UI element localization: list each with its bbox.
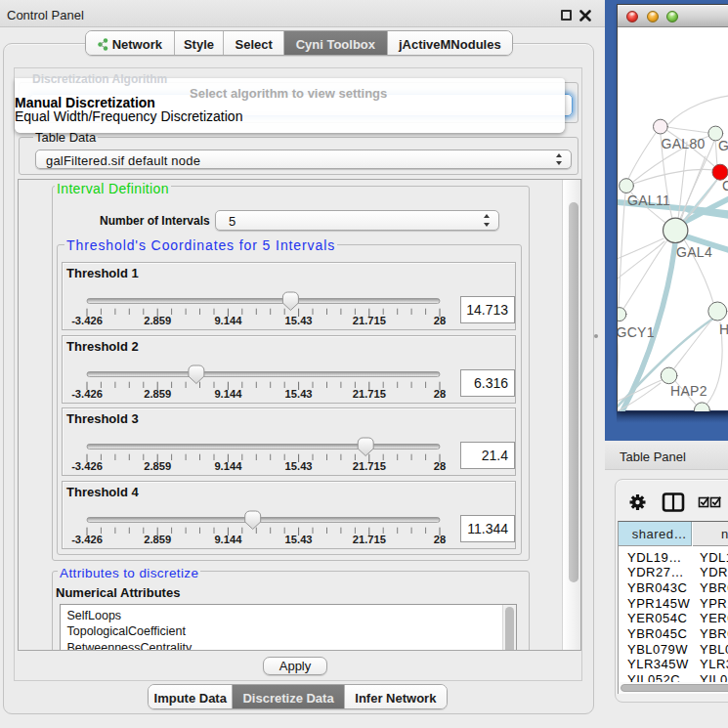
svg-text:-3.426: -3.426 xyxy=(71,387,103,399)
svg-text:21.715: 21.715 xyxy=(353,534,386,545)
svg-text:2.859: 2.859 xyxy=(144,314,171,325)
svg-text:-3.426: -3.426 xyxy=(71,460,103,472)
svg-text:2.859: 2.859 xyxy=(144,387,171,399)
svg-text:21.715: 21.715 xyxy=(353,387,386,399)
svg-text:9.144: 9.144 xyxy=(214,314,242,325)
svg-text:15.43: 15.43 xyxy=(285,387,313,399)
svg-text:2.859: 2.859 xyxy=(144,460,171,472)
svg-text:15.43: 15.43 xyxy=(285,460,313,472)
svg-text:9.144: 9.144 xyxy=(214,534,242,545)
svg-text:21.715: 21.715 xyxy=(353,460,386,472)
svg-text:28: 28 xyxy=(434,460,446,472)
svg-text:GAL80: GAL80 xyxy=(662,136,706,151)
svg-text:21.715: 21.715 xyxy=(353,314,386,325)
svg-text:9.144: 9.144 xyxy=(214,387,242,399)
svg-text:GAL11: GAL11 xyxy=(627,193,670,208)
svg-text:GCY1: GCY1 xyxy=(618,324,655,340)
svg-text:15.43: 15.43 xyxy=(285,314,313,325)
svg-text:-3.426: -3.426 xyxy=(71,534,103,545)
svg-text:28: 28 xyxy=(434,387,446,399)
svg-text:GA: GA xyxy=(718,138,728,153)
svg-text:GAL4: GAL4 xyxy=(676,244,712,260)
svg-text:28: 28 xyxy=(434,314,446,325)
svg-text:2.859: 2.859 xyxy=(144,534,171,545)
svg-text:9.144: 9.144 xyxy=(214,460,242,472)
svg-text:15.43: 15.43 xyxy=(285,534,313,545)
svg-text:28: 28 xyxy=(434,534,446,545)
svg-text:H: H xyxy=(719,321,728,337)
svg-text:C: C xyxy=(722,178,728,193)
svg-text:HAP2: HAP2 xyxy=(670,383,707,399)
svg-text:-3.426: -3.426 xyxy=(71,314,103,325)
